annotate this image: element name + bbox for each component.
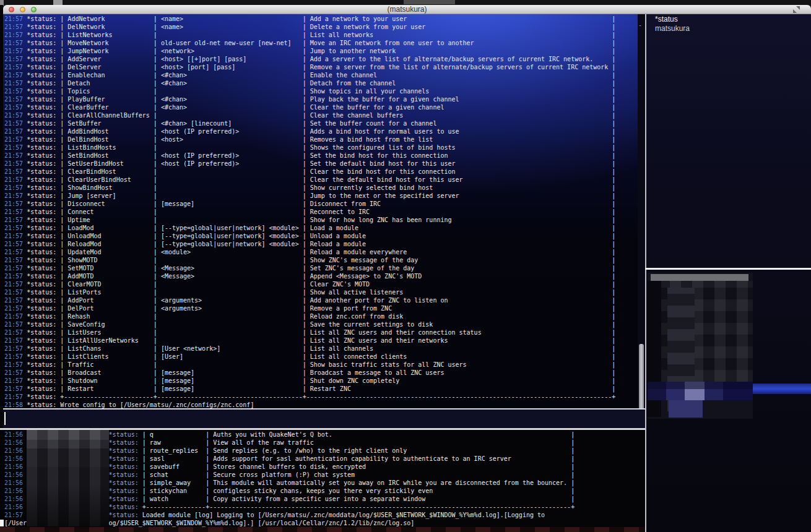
message-input[interactable]	[3, 410, 645, 428]
log-line: 21:57 *status: | Rehash | | Reload znc.c…	[4, 312, 638, 320]
log-line: 21:57 *status: | JumpNetwork | <network>…	[4, 47, 638, 55]
log-line: 21:57 *status: | MoveNetwork | old-user …	[4, 39, 638, 47]
log-line: 21:57 *status: | Enablechan | <#chan> | …	[4, 71, 638, 79]
log-line: 21:57 *status: | ShowMOTD | | Show ZNC's…	[4, 256, 638, 264]
text-cursor	[4, 412, 6, 425]
log-line: 21:57 *status: | ListUsers | | List all …	[4, 328, 638, 337]
log-line: 21:57 *status: | ListPorts | | Show all …	[4, 288, 638, 296]
blue-highlight-band	[753, 384, 811, 394]
log-line: 21:57 *status: | Uptime | | Show for how…	[4, 216, 638, 224]
scrollbar-thumb[interactable]	[639, 344, 644, 412]
log-line: 21:57 *status: | LoadMod | [--type=globa…	[4, 224, 638, 232]
censored-blue-band	[648, 382, 753, 400]
sidebar-item-matsukura[interactable]: matsukura	[646, 24, 811, 33]
background-window-fragment	[404, 0, 455, 4]
log-line: 21:57 *status: | SaveConfig | | Save the…	[4, 320, 638, 328]
censored-gray-bar	[651, 274, 748, 281]
log-line: 21:57 *status: | Connect | | Reconnect t…	[4, 208, 638, 216]
log-line: 21:57 *status: | UpdateMod | <module> | …	[4, 248, 638, 256]
log-line: 21:57 *status: | PlayBuffer | <#chan> | …	[4, 95, 638, 103]
log-line: 21:57 *status: | Shutdown | [message] | …	[4, 377, 638, 385]
log-line: 21:57 *status: | ReloadMod | [--type=glo…	[4, 240, 638, 248]
log-line: 21:57 *status: | Jump [server] | | Jump …	[4, 192, 638, 200]
censored-mosaic	[648, 281, 753, 382]
log-line: 21:57 *status: | ListChans | [User <netw…	[4, 345, 638, 353]
log-line: 21:57 *status: | DelPort | <arguments> |…	[4, 304, 638, 312]
log-line: 21:57 *status: | DelNetwork | <name> | D…	[4, 23, 638, 31]
log-line: 21:58 *status: Wrote config to [/Users/m…	[4, 401, 638, 408]
background-window-fragment	[53, 0, 63, 5]
log-line: 21:57 *status: | Restart | [message] | R…	[4, 385, 638, 393]
log-line: 21:57 *status: | ClearBuffer | <#chan> |…	[4, 103, 638, 111]
log-line: 21:57 *status: | ClearAllChannelBuffers …	[4, 111, 638, 119]
title-bar[interactable]: (matsukura)	[3, 5, 811, 14]
log-line: 21:57 *status: | DelBindHost | <host> | …	[4, 135, 638, 144]
log-line: 21:57 *status: | SetMOTD | <Message> | S…	[4, 264, 638, 272]
censored-mosaic	[669, 400, 703, 418]
screen: (matsukura) 21:57 *status: | AddNetwork …	[0, 0, 811, 532]
log-line: 21:57 *status: | ListClients | [User] | …	[4, 353, 638, 361]
log-line: 21:57 *status: | SetBindHost | <host (IP…	[4, 152, 638, 160]
log-line: 21:57 *status: | Topics | | Show topics …	[4, 87, 638, 95]
censored-bottom-strip	[0, 527, 645, 532]
log-line: 21:57 *status: | AddNetwork | <name> | A…	[4, 15, 638, 23]
scrollbar-track[interactable]: -	[638, 14, 645, 429]
log-line: 21:57 *status: | DelServer | <host> [por…	[4, 63, 638, 71]
log-line: 21:57 *status: | AddMOTD | <Message> | A…	[4, 272, 638, 280]
main-pane-lines: 21:57 *status: | AddNetwork | <name> | A…	[3, 14, 638, 408]
log-line: 21:57 *status: | AddServer | <host> [[+]…	[4, 55, 638, 63]
log-line: 21:57 *status: | ListNetworks | | List a…	[4, 31, 638, 39]
log-line: 21:57 *status: +------------------------…	[4, 393, 638, 401]
log-line: 21:57 *status: | ClearBindHost | | Clear…	[4, 168, 638, 176]
window-title: (matsukura)	[3, 5, 811, 14]
log-line: 21:57 *status: | Detach | <#chan> | Deta…	[4, 79, 638, 87]
resize-icon[interactable]	[793, 6, 800, 13]
log-line: 21:57 *status: | Traffic | | Show basic …	[4, 361, 638, 369]
log-line: 21:57 *status: | ListBindHosts | | Shows…	[4, 144, 638, 152]
log-line: 21:57 *status: | ShowBindHost | | Show c…	[4, 184, 638, 192]
log-line: 21:57 *status: | SetBuffer | <#chan> [li…	[4, 119, 638, 127]
message-area[interactable]: 21:57 *status: | AddNetwork | <name> | A…	[3, 14, 638, 408]
log-line: 21:57 *status: | ClearMOTD | | Clear ZNC…	[4, 280, 638, 288]
log-line: 21:57 *status: | Disconnect | [message] …	[4, 200, 638, 208]
log-line: 21:57 *status: | Broadcast | [message] |…	[4, 369, 638, 377]
scroll-position-dash: -	[638, 22, 642, 28]
log-line: 21:57 *status: | ListAllUserNetworks | |…	[4, 337, 638, 345]
log-line: 21:57 *status: | AddBindHost | <host (IP…	[4, 127, 638, 135]
sidebar-horizontal-divider	[645, 268, 811, 270]
log-line: 21:57 *status: | SetUserBindHost | <host…	[4, 160, 638, 168]
log-line: 21:57 *status: | UnloadMod | [--type=glo…	[4, 232, 638, 240]
wrap-line-marker	[0, 520, 4, 526]
log-line: 21:57 *status: | ClearUserBindHost | | C…	[4, 176, 638, 184]
log-line: 21:57 *status: | AddPort | <arguments> |…	[4, 296, 638, 304]
sidebar-item-status[interactable]: *status	[646, 14, 811, 24]
censored-region	[27, 430, 109, 526]
